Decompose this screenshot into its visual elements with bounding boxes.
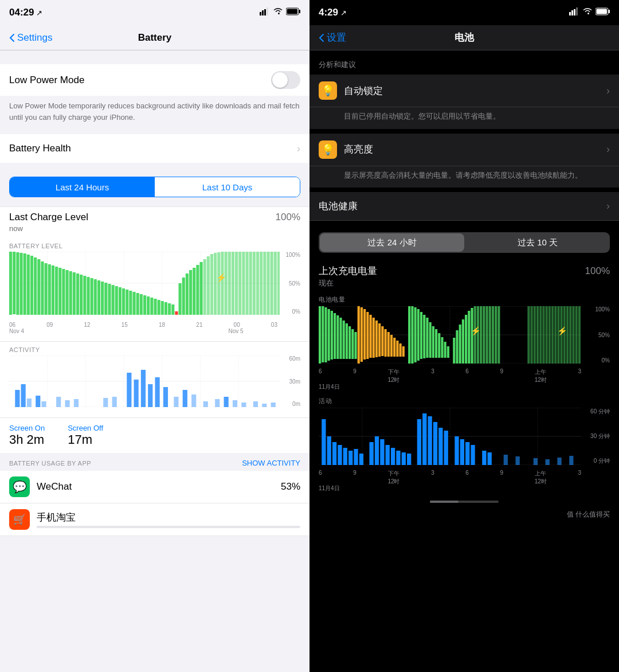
svg-rect-54: [143, 295, 146, 315]
svg-rect-232: [343, 448, 347, 465]
axis-0: 0%: [292, 308, 300, 315]
svg-rect-124: [224, 397, 229, 407]
brightness-row[interactable]: 💡 高亮度 ›: [310, 134, 619, 166]
app-row-wechat[interactable]: 💬 WeChat 53%: [0, 471, 310, 503]
dark-battery-level-label: 电池电量: [310, 293, 619, 304]
svg-rect-79: [232, 252, 234, 315]
svg-rect-25: [41, 261, 44, 315]
svg-rect-105: [27, 398, 32, 407]
svg-rect-31: [62, 269, 65, 315]
svg-rect-174: [414, 307, 417, 362]
app-row-taobao[interactable]: 🛒 手机淘宝: [0, 503, 310, 536]
svg-rect-182: [438, 333, 440, 358]
svg-rect-47: [119, 287, 122, 315]
svg-rect-46: [115, 286, 118, 315]
dark-act-30: 30 分钟: [590, 432, 610, 440]
auto-lock-row[interactable]: 💡 自动锁定 ›: [310, 75, 619, 107]
svg-rect-92: [277, 252, 280, 315]
svg-rect-211: [551, 306, 554, 364]
svg-rect-57: [154, 299, 156, 315]
svg-rect-53: [140, 294, 143, 315]
svg-rect-84: [249, 252, 252, 315]
svg-rect-178: [426, 318, 428, 358]
dark-seg-24h-btn[interactable]: 过去 24 小时: [320, 233, 464, 252]
svg-rect-5: [299, 10, 301, 13]
low-power-row[interactable]: Low Power Mode: [0, 64, 310, 96]
svg-rect-243: [407, 454, 411, 465]
svg-rect-114: [134, 380, 139, 407]
svg-rect-21: [27, 255, 30, 315]
svg-rect-160: [369, 315, 371, 358]
battery-health-row[interactable]: Battery Health ›: [0, 134, 310, 163]
screen-on-value: 3h 2m: [9, 432, 45, 447]
screen-on-label: Screen On: [9, 424, 45, 432]
svg-rect-159: [366, 312, 369, 359]
dark-charge-sub: 现在: [319, 279, 334, 287]
svg-rect-148: [334, 313, 336, 359]
svg-rect-82: [242, 252, 245, 315]
location-icon-right: ↗: [340, 9, 347, 17]
svg-rect-204: [531, 306, 533, 364]
svg-rect-37: [83, 276, 86, 315]
battery-icon-right: [596, 7, 610, 18]
svg-rect-116: [148, 384, 152, 407]
axis-50: 50%: [289, 280, 300, 287]
screen-off-label: Screen Off: [68, 424, 103, 432]
dark-charge-pct: 100%: [585, 265, 610, 277]
nav-bar-right: 设置 电池: [310, 25, 619, 50]
dark-seg-10d-btn[interactable]: 过去 10 天: [465, 232, 610, 253]
svg-rect-169: [396, 341, 398, 357]
svg-rect-171: [402, 346, 405, 357]
svg-rect-181: [435, 329, 437, 358]
show-activity-btn[interactable]: SHOW ACTIVITY: [242, 459, 300, 467]
taobao-name: 手机淘宝: [37, 512, 76, 523]
signal-icon: [260, 7, 270, 18]
svg-rect-256: [504, 455, 508, 465]
svg-rect-73: [210, 254, 213, 315]
svg-rect-132: [574, 9, 575, 15]
nav-bar-left: Settings Battery: [0, 25, 310, 50]
svg-rect-190: [465, 315, 467, 364]
svg-rect-207: [539, 306, 542, 364]
svg-rect-22: [30, 256, 33, 315]
svg-rect-23: [34, 257, 37, 315]
svg-rect-20: [23, 253, 26, 315]
svg-rect-118: [163, 387, 168, 407]
dark-segment-control[interactable]: 过去 24 小时 过去 10 天: [319, 232, 610, 253]
svg-rect-48: [122, 288, 125, 315]
wechat-icon: 💬: [9, 476, 30, 497]
dark-activity-section: 活动: [310, 394, 619, 496]
svg-rect-212: [554, 306, 557, 364]
chevron-right-icon-auto-lock: ›: [606, 85, 610, 97]
back-label-left: Settings: [17, 32, 52, 44]
seg-10d-btn[interactable]: Last 10 Days: [155, 177, 300, 197]
svg-rect-24: [37, 259, 40, 315]
svg-rect-244: [417, 419, 421, 465]
back-button-right[interactable]: 设置: [319, 31, 346, 44]
svg-rect-81: [238, 252, 241, 315]
svg-rect-135: [609, 10, 610, 13]
seg-24h-btn[interactable]: Last 24 Hours: [10, 177, 155, 197]
back-button-left[interactable]: Settings: [9, 32, 52, 44]
low-power-toggle[interactable]: [271, 71, 300, 89]
svg-rect-184: [444, 342, 446, 358]
svg-rect-248: [438, 428, 442, 465]
svg-text:⚡: ⚡: [216, 272, 226, 283]
svg-rect-0: [260, 12, 261, 15]
svg-rect-157: [361, 307, 363, 362]
auto-lock-icon: 💡: [319, 81, 337, 100]
svg-rect-241: [396, 451, 400, 465]
battery-health-row-right[interactable]: 电池健康 ›: [310, 192, 619, 221]
svg-rect-220: [578, 306, 581, 364]
svg-rect-172: [408, 306, 410, 364]
battery-level-label: BATTERY LEVEL: [9, 243, 300, 249]
svg-rect-103: [15, 390, 19, 407]
svg-rect-76: [221, 252, 224, 315]
svg-rect-163: [378, 323, 381, 357]
svg-rect-154: [351, 329, 354, 359]
svg-rect-86: [256, 252, 259, 315]
svg-rect-91: [274, 252, 277, 315]
svg-rect-106: [36, 396, 40, 407]
time-segment-control[interactable]: Last 24 Hours Last 10 Days: [9, 177, 300, 197]
svg-rect-198: [489, 306, 491, 364]
